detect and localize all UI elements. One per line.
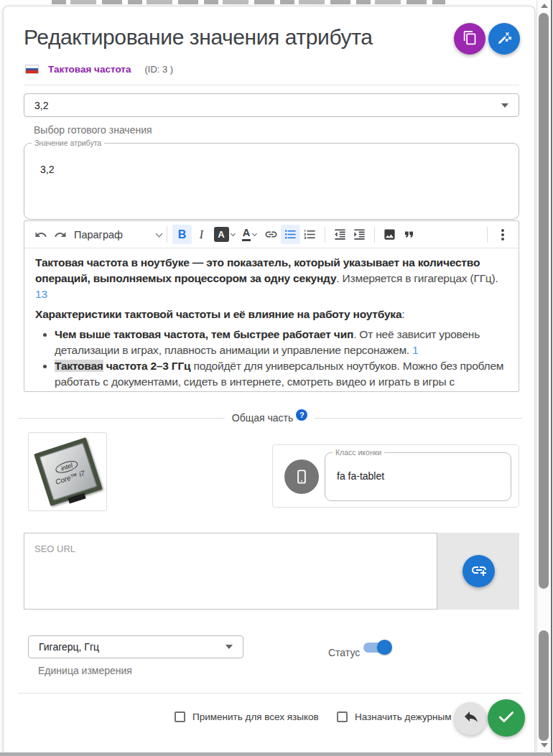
- italic-button[interactable]: I: [192, 225, 211, 244]
- preset-value-select[interactable]: 3,2: [24, 93, 519, 117]
- icon-class-label: Класс иконки: [333, 448, 384, 457]
- icon-class-card: Класс иконки: [272, 444, 519, 508]
- copy-icon: [463, 30, 478, 47]
- source-link[interactable]: 1: [215, 391, 220, 392]
- undo-icon[interactable]: [31, 225, 50, 244]
- attribute-value-label: Значение атрибута: [32, 139, 104, 147]
- cpu-chip-image: intel Core™ i7: [34, 437, 103, 506]
- breadcrumb: Тактовая частота (ID: 3 ): [25, 64, 173, 75]
- editor-paragraph: Тактовая частота в ноутбуке — это показа…: [35, 255, 508, 302]
- attribute-value-text: 3,2: [40, 164, 54, 175]
- chevron-down-icon: [501, 103, 508, 108]
- attribute-name-link[interactable]: Тактовая частота: [48, 64, 131, 75]
- bulleted-list-button[interactable]: [281, 225, 300, 244]
- rich-text-editor: Параграф B I A A Тактовая ч: [24, 220, 519, 392]
- insert-image-button[interactable]: [380, 225, 399, 244]
- unit-select[interactable]: Гигагерц, Ггц: [28, 635, 243, 658]
- unit-select-helper: Единица измерения: [38, 665, 132, 676]
- seo-url-input[interactable]: SEO URL: [24, 533, 437, 610]
- header-divider: [24, 85, 519, 85]
- help-icon[interactable]: ?: [296, 409, 307, 421]
- attribute-id: (ID: 3 ): [144, 64, 173, 75]
- blockquote-button[interactable]: [399, 225, 419, 244]
- icon-class-input[interactable]: [337, 470, 495, 482]
- seo-url-label: SEO URL: [34, 543, 75, 554]
- scrollbar-thumb[interactable]: [539, 13, 549, 589]
- redo-icon[interactable]: [50, 225, 70, 244]
- chevron-down-icon: [230, 230, 235, 235]
- save-button[interactable]: [488, 699, 525, 737]
- add-link-icon: [470, 561, 488, 581]
- source-link[interactable]: 13: [35, 288, 47, 300]
- checkbox-icon: [175, 711, 185, 722]
- assign-duty-checkbox[interactable]: Назначить дежурным: [337, 711, 451, 722]
- background-bottom-strip: [0, 752, 553, 756]
- chevron-down-icon: [226, 645, 233, 649]
- preset-value: 3,2: [34, 100, 48, 111]
- bold-button[interactable]: B: [172, 225, 192, 244]
- undo-arrow-icon: [462, 709, 479, 729]
- magic-wand-icon: [496, 29, 513, 49]
- link-icon[interactable]: [261, 225, 281, 244]
- tablet-icon[interactable]: [284, 459, 319, 494]
- edit-attribute-dialog: Редактирование значения атрибута Тактова…: [3, 6, 535, 752]
- section-divider: Общая часть ?: [18, 412, 521, 424]
- attribute-image[interactable]: intel Core™ i7: [28, 432, 107, 511]
- status-toggle[interactable]: [363, 643, 390, 653]
- preset-select-helper: Выбор готового значения: [34, 124, 152, 136]
- scrollbar-thumb[interactable]: [539, 630, 549, 741]
- list-item: Тактовая частота 2–3 ГГц подойдёт для ун…: [55, 358, 508, 392]
- checkbox-icon: [337, 711, 348, 722]
- source-link[interactable]: 1: [412, 344, 418, 356]
- apply-all-languages-checkbox[interactable]: Применить для всех языков: [175, 711, 319, 722]
- section-label: Общая часть: [225, 412, 296, 424]
- more-options-icon[interactable]: [493, 225, 512, 244]
- magic-wand-button[interactable]: [488, 23, 520, 55]
- window-edge: [551, 0, 552, 756]
- scroll-down-icon[interactable]: [541, 743, 548, 747]
- copy-button[interactable]: [454, 23, 485, 55]
- generate-link-button[interactable]: [463, 555, 495, 587]
- editor-bullet-list: Чем выше тактовая частота, тем быстрее р…: [35, 327, 508, 392]
- unit-value: Гигагерц, Ггц: [39, 641, 99, 653]
- russian-flag-icon: [25, 65, 39, 74]
- status-label: Статус: [328, 647, 360, 658]
- icon-class-fieldset: Класс иконки: [325, 452, 511, 501]
- chevron-down-icon: [252, 230, 257, 235]
- background-color-button[interactable]: A: [211, 225, 237, 244]
- toggle-knob: [377, 640, 392, 655]
- chevron-down-icon: [156, 230, 163, 237]
- scrollbar[interactable]: [536, 0, 550, 752]
- outdent-button[interactable]: [330, 225, 350, 244]
- numbered-list-button[interactable]: [300, 225, 320, 244]
- seo-side-panel: [437, 533, 519, 610]
- cancel-button[interactable]: [454, 702, 487, 735]
- background-clipped-text: [52, 0, 445, 4]
- font-color-button[interactable]: A: [237, 225, 261, 244]
- list-item: Чем выше тактовая частота, тем быстрее р…: [55, 327, 508, 358]
- scroll-up-icon[interactable]: [541, 4, 548, 8]
- editor-paragraph: Характеристики тактовой частоты и её вли…: [35, 307, 508, 322]
- footer-divider: [18, 693, 521, 694]
- paragraph-format-select[interactable]: Параграф: [74, 225, 162, 244]
- indent-button[interactable]: [350, 225, 369, 244]
- editor-content[interactable]: Тактовая частота в ноутбуке — это показа…: [24, 248, 519, 392]
- attribute-value-input[interactable]: Значение атрибута 3,2: [24, 143, 519, 220]
- checkmark-icon: [497, 708, 516, 729]
- editor-toolbar: Параграф B I A A: [24, 221, 519, 248]
- page-title: Редактирование значения атрибута: [24, 25, 372, 50]
